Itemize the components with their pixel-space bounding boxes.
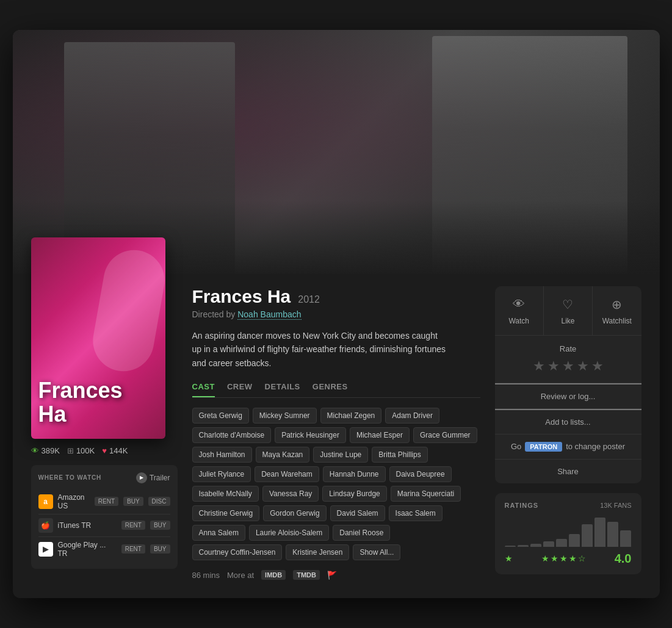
rate-star-3[interactable]: ★ [562,358,574,374]
cast-tag[interactable]: Patrick Heusinger [275,427,346,443]
where-to-watch-panel: WHERE TO WATCH ▶ Trailer a Amazon US REN… [31,465,178,569]
cast-tag[interactable]: Josh Hamilton [192,447,252,463]
rating-bar-9 [620,530,631,547]
app-window: Frances Ha 👁 389K ⊞ 100K ♥ 144K [13,30,660,598]
rate-star-2[interactable]: ★ [547,358,560,374]
amazon-icon: a [38,494,53,509]
tab-details[interactable]: DETAILS [265,382,300,397]
patron-pre-text: Go [511,442,521,451]
service-name-amazon: Amazon US [58,493,90,510]
cast-tag[interactable]: Kristine Jensen [286,544,349,560]
cast-tag[interactable]: Courtney Coffin-Jensen [192,544,283,560]
rating-bar-4 [556,539,567,547]
ratings-bars [505,516,632,547]
like-label: Like [561,317,574,325]
movie-meta: 86 mins More at IMDB TMDB 🚩 [192,570,480,580]
movie-year: 2012 [298,294,320,305]
cast-tag[interactable]: Juliet Rylance [192,466,251,482]
watchlist-icon: ⊕ [609,296,626,313]
service-name-google: Google Play ... TR [58,541,117,558]
ratings-header: RATINGS 13K FANS [505,502,632,509]
cast-tag[interactable]: Isabelle McNally [192,486,259,502]
where-watch-header: WHERE TO WATCH ▶ Trailer [38,472,170,483]
cast-tag[interactable]: Gordon Gerwig [263,505,326,521]
cast-tag[interactable]: Grace Gummer [413,427,477,443]
cast-tag[interactable]: Britta Phillips [372,447,427,463]
flag-icon[interactable]: 🚩 [327,571,337,580]
cast-tag[interactable]: Christine Gerwig [192,505,260,521]
rate-star-4[interactable]: ★ [577,358,589,374]
cast-tag[interactable]: Maya Kazan [256,447,310,463]
cast-tag[interactable]: Greta Gerwig [192,408,249,424]
review-log-button[interactable]: Review or log... [495,383,641,409]
poster-title: Frances Ha [38,378,123,427]
imdb-badge[interactable]: IMDB [261,570,286,580]
cast-tag[interactable]: Michael Esper [350,427,410,443]
watches-stat: 👁 389K [31,446,60,455]
buy-badge: BUY [123,497,143,506]
buy-badge-2: BUY [150,521,170,530]
play-icon: ▶ [136,472,147,483]
cast-tag[interactable]: Lindsay Burdge [322,486,386,502]
score-stars-row: ★★★★☆ [541,554,586,563]
watchlist-button[interactable]: ⊕ Watchlist [593,286,641,335]
cast-tag[interactable]: Marina Squerciati [391,486,461,502]
cast-tag[interactable]: Adam Driver [385,408,439,424]
share-button[interactable]: Share [495,460,641,483]
patron-badge[interactable]: PATRON [525,442,562,452]
disc-badge: DISC [148,497,170,506]
cast-tag[interactable]: Show All... [353,544,400,560]
watch-button[interactable]: 👁 Watch [495,286,544,335]
score-star-2: ★ [560,554,568,563]
rating-bar-5 [569,534,580,547]
cast-tag[interactable]: Anna Salem [192,525,245,541]
cast-tag[interactable]: Michael Zegen [320,408,382,424]
rating-bar-6 [582,524,593,547]
cast-tags: Greta GerwigMickey SumnerMichael ZegenAd… [192,408,480,560]
cast-tag[interactable]: Charlotte d'Amboise [192,427,272,443]
movie-title-row: Frances Ha 2012 [192,286,480,307]
service-name-itunes: iTunes TR [58,521,117,530]
director-row: Directed by Noah Baumbach [192,309,480,319]
cast-tag[interactable]: Laurie Aloisio-Salem [249,525,329,541]
director-link[interactable]: Noah Baumbach [237,309,301,320]
rate-star-1[interactable]: ★ [533,358,545,374]
apple-icon: 🍎 [38,518,53,533]
action-buttons-row: 👁 Watch ♡ Like ⊕ Watchlist [495,286,641,336]
rate-label: Rate [505,344,632,353]
content-area: Frances Ha 👁 389K ⊞ 100K ♥ 144K [13,274,660,598]
tab-cast[interactable]: CAST [192,382,215,397]
rent-badge-2: RENT [121,521,145,530]
tab-crew[interactable]: CREW [227,382,253,397]
rating-bar-1 [518,545,529,547]
add-to-lists-button[interactable]: Add to lists... [495,409,641,435]
cast-tag[interactable]: Daniel Roose [333,525,390,541]
cast-tag[interactable]: Dean Wareham [255,466,319,482]
rate-star-5[interactable]: ★ [591,358,604,374]
fans-count: 13K FANS [600,502,631,509]
eye-icon: 👁 [31,446,39,455]
tab-genres[interactable]: GENRES [313,382,348,397]
cast-tag[interactable]: Vanessa Ray [262,486,319,502]
score-star-0: ★ [541,554,549,563]
cast-tag[interactable]: Hannah Dunne [323,466,386,482]
watch-service-itunes[interactable]: 🍎 iTunes TR RENT BUY [38,514,170,537]
trailer-button[interactable]: ▶ Trailer [136,472,170,483]
watch-label: Watch [508,317,529,325]
ratings-bottom: ★ ★★★★☆ 4.0 [505,552,632,566]
like-button[interactable]: ♡ Like [544,286,593,335]
cast-tag[interactable]: David Salem [330,505,385,521]
cast-crew-tabs: CAST CREW DETAILS GENRES [192,382,480,398]
movie-title: Frances Ha [192,286,291,307]
movie-poster[interactable]: Frances Ha [31,237,165,439]
where-watch-label: WHERE TO WATCH [38,474,102,481]
cast-tag[interactable]: Mickey Sumner [253,408,317,424]
stars-row[interactable]: ★★★★★ [505,358,632,374]
watch-service-google[interactable]: ▶ Google Play ... TR RENT BUY [38,537,170,561]
cast-tag[interactable]: Justine Lupe [313,447,368,463]
cast-tag[interactable]: Isaac Salem [389,505,443,521]
cast-tag[interactable]: Daiva Deupree [389,466,452,482]
likes-stat: ♥ 144K [102,446,128,455]
watch-service-amazon[interactable]: a Amazon US RENT BUY DISC [38,489,170,514]
tmdb-badge[interactable]: TMDB [293,570,320,580]
